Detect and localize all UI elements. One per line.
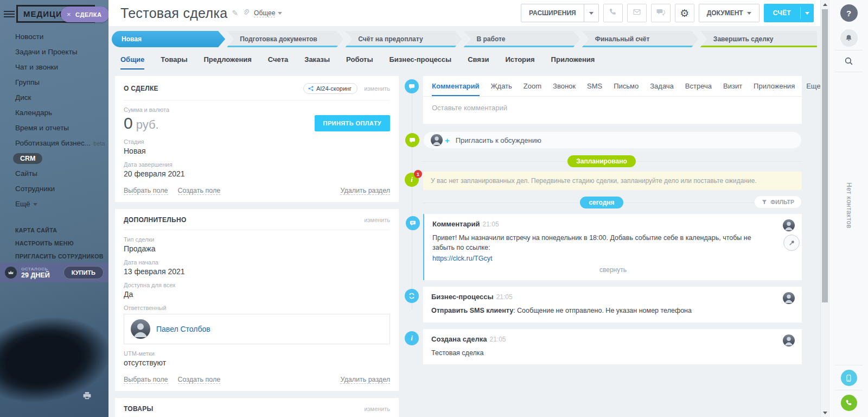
tab-task[interactable]: Задача [650,82,674,95]
collapse-link[interactable]: свернуть [432,266,794,274]
notifications-button[interactable] [840,29,858,47]
stage-documents[interactable]: Подготовка документов [227,31,343,47]
responsible-user-box[interactable]: Павел Столбов [124,314,390,344]
tab-wait[interactable]: Ждать [491,82,512,95]
tab-visit[interactable]: Визит [723,82,742,95]
gear-icon: ⚙ [680,8,689,18]
sidebar-item-groups[interactable]: Группы [0,75,108,90]
delete-section-link[interactable]: Удалить раздел [340,376,390,384]
accept-payment-button[interactable]: ПРИНЯТЬ ОПЛАТУ [315,115,390,131]
deal-type-value[interactable]: Продажа [124,244,390,253]
comment-input[interactable]: Оставьте комментарий [423,97,802,119]
tab-call[interactable]: Звонок [553,82,576,95]
sidebar-item-sites[interactable]: Сайты [0,166,108,181]
scroll-up-arrow[interactable] [821,0,829,9]
sidebar-item-rpa[interactable]: Роботизация бизнес...beta [0,136,108,151]
tab-zoom[interactable]: Zoom [524,82,541,95]
deal-tab[interactable]: × СДЕЛКА [61,7,108,22]
chat-button[interactable] [651,4,671,22]
vertical-scrollbar[interactable] [820,0,829,417]
tab-more[interactable]: Еще [806,82,820,95]
tab-meeting[interactable]: Встреча [685,82,712,95]
invite-to-discussion[interactable]: + Пригласить к обсуждению [423,131,802,149]
stage-close-deal[interactable]: Завершить сделку [700,31,817,47]
tab-quotes[interactable]: Предложения [204,55,252,70]
pin-button[interactable] [783,235,800,251]
sidebar-item-disk[interactable]: Диск [0,90,108,105]
ai-scoring-icon [308,86,314,91]
help-button[interactable]: ? [840,4,858,22]
invite-employees-link[interactable]: ПРИГЛАСИТЬ СОТРУДНИКОВ [0,250,108,263]
tab-products[interactable]: Товары [161,55,187,70]
ai-scoring-badge[interactable]: AI24-скоринг [303,83,358,94]
responsible-user-name[interactable]: Павел Столбов [156,325,210,333]
tab-invoices[interactable]: Счета [268,55,288,70]
tab-apps[interactable]: Приложения [754,82,795,95]
telephony-button[interactable] [841,395,857,411]
edit-section-link[interactable]: изменить [364,217,390,223]
deal-category-selector[interactable]: Общее [254,9,275,17]
tab-sms[interactable]: SMS [587,82,602,95]
email-button[interactable] [627,4,647,22]
close-icon[interactable]: × [67,10,71,18]
filter-button[interactable]: ФИЛЬТР [754,195,802,208]
configure-menu-link[interactable]: НАСТРОИТЬ МЕНЮ [0,237,108,250]
hamburger-menu-icon[interactable] [4,9,15,19]
stage-in-progress[interactable]: В работе [464,31,580,47]
comment-link[interactable]: https://clck.ru/TGcyt [432,254,492,263]
deal-content: О СДЕЛКЕ AI24-скоринг изменить Сумма и в… [108,72,820,417]
tab-orders[interactable]: Заказы [304,55,330,70]
sidebar-item-time-reports[interactable]: Время и отчеты [0,121,108,136]
create-field-link[interactable]: Создать поле [178,187,221,195]
phone-icon [609,8,617,18]
stage-final-invoice[interactable]: Финальный счёт [582,31,699,47]
search-button[interactable] [841,53,857,68]
mobile-app-button[interactable] [841,370,857,386]
settings-button[interactable]: ⚙ [675,4,694,22]
sitemap-link[interactable]: КАРТА САЙТА [0,224,108,237]
create-field-link[interactable]: Создать поле [178,376,221,384]
sidebar-item-chat[interactable]: Чат и звонки [0,60,108,75]
buy-button[interactable]: КУПИТЬ [63,266,104,279]
tab-comment[interactable]: Комментарий [432,82,480,96]
today-badge[interactable]: сегодня [580,197,623,208]
tab-relations[interactable]: Связи [468,55,489,70]
extensions-button[interactable]: РАСШИРЕНИЯ [521,4,599,22]
avatar [783,292,795,304]
tab-general[interactable]: Общие [120,55,144,70]
sidebar-item-news[interactable]: Новости [0,29,108,45]
printer-icon[interactable] [82,391,92,402]
select-field-link[interactable]: Выбрать поле [124,187,168,195]
timeline-entry-created: i Создана сделка21:05 Тестовая сделка [423,329,802,364]
sidebar-item-more[interactable]: Ещё [0,197,108,212]
document-button[interactable]: ДОКУМЕНТ [699,4,760,22]
available-for-all-value[interactable]: Да [124,290,390,299]
close-date-value[interactable]: 20 февраля 2021 [124,169,390,178]
sidebar-item-tasks[interactable]: Задачи и Проекты [0,45,108,60]
scroll-down-arrow[interactable] [821,408,829,417]
start-date-value[interactable]: 13 февраля 2021 [124,267,390,276]
scrollbar-thumb[interactable] [822,9,828,302]
tab-apps[interactable]: Приложения [551,55,595,70]
select-field-link[interactable]: Выбрать поле [124,376,168,384]
edit-title-pencil-icon[interactable]: ✎ [232,9,238,17]
invoice-button[interactable]: СЧЁТ [764,4,814,22]
edit-section-link[interactable]: изменить [364,85,390,92]
business-process-sync-icon [405,289,419,303]
chevron-down-icon[interactable] [584,4,598,22]
chevron-down-icon[interactable] [801,4,814,22]
sidebar-item-employees[interactable]: Сотрудники [0,181,108,197]
sidebar-item-crm[interactable]: CRM [0,151,108,166]
edit-section-link[interactable]: изменить [364,406,390,412]
call-button[interactable] [603,4,623,22]
copy-link-paperclip-icon[interactable] [242,9,250,17]
tab-business-processes[interactable]: Бизнес-процессы [390,55,452,70]
delete-section-link[interactable]: Удалить раздел [340,187,390,195]
stage-new[interactable]: Новая [112,31,225,47]
tab-robots[interactable]: Роботы [346,55,373,70]
tab-email[interactable]: Письмо [614,82,639,95]
tab-history[interactable]: История [505,55,534,70]
stage-field-value[interactable]: Новая [124,147,390,155]
sidebar-item-calendar[interactable]: Календарь [0,105,108,121]
stage-prepayment[interactable]: Счёт на предоплату [345,31,462,47]
